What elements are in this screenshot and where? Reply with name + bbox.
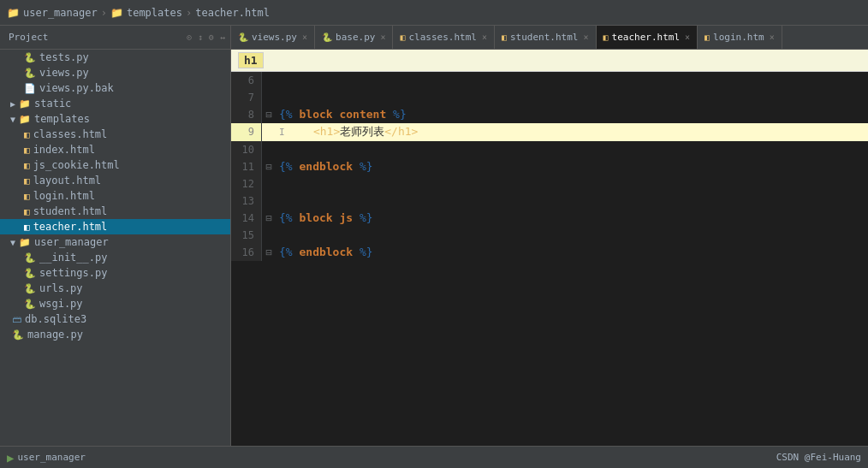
breadcrumb-teacher-html[interactable]: teacher.html bbox=[195, 7, 270, 19]
folder-icon: 📁 bbox=[7, 7, 20, 19]
sidebar-item-teacher-html[interactable]: ◧ teacher.html bbox=[0, 219, 230, 234]
breadcrumb-sep-1: › bbox=[101, 7, 107, 19]
line-num-15: 15 bbox=[231, 227, 262, 244]
editor-area: h1 6 7 8 ⊟ {% block content %} bbox=[231, 50, 868, 446]
arrow-user-manager: ▼ bbox=[7, 238, 19, 247]
line-num-7: 7 bbox=[231, 89, 262, 106]
line-num-8: 8 bbox=[231, 106, 262, 123]
tab-group-left: Project ⊙ ↕ ⚙ ↔ bbox=[0, 26, 231, 49]
tab-bar: Project ⊙ ↕ ⚙ ↔ 🐍 views.py × 🐍 base.py ×… bbox=[0, 26, 868, 50]
file-py-icon-7: 🐍 bbox=[12, 329, 24, 341]
file-py-icon: 🐍 bbox=[24, 52, 36, 63]
sidebar-label-layout-html: layout.html bbox=[33, 175, 101, 187]
sidebar-label-wsgi-py: wsgi.py bbox=[39, 298, 83, 310]
code-editor[interactable]: 6 7 8 ⊟ {% block content %} 9 I <h1>老师列表… bbox=[231, 72, 868, 446]
sidebar-label-static: static bbox=[34, 98, 71, 110]
tab-close-teacher-html[interactable]: × bbox=[685, 33, 690, 42]
tab-close-login-html[interactable]: × bbox=[770, 33, 775, 42]
folder-icon-user-manager: 📁 bbox=[19, 237, 31, 248]
tab-icon-login-html: ◧ bbox=[705, 33, 710, 42]
sidebar-item-js-cookie-html[interactable]: ◧ js_cookie.html bbox=[0, 157, 230, 173]
file-generic-icon: 📄 bbox=[24, 83, 36, 94]
code-line-12: 12 bbox=[231, 175, 868, 193]
sidebar-item-templates[interactable]: ▼ 📁 templates bbox=[0, 111, 230, 127]
tab-label-base-py: base.py bbox=[336, 32, 375, 43]
file-html-icon-5: ◧ bbox=[24, 191, 30, 202]
tab-login-html[interactable]: ◧ login.htm × bbox=[698, 26, 782, 49]
sidebar-item-init-py[interactable]: 🐍 __init__.py bbox=[0, 250, 230, 265]
sidebar-item-login-html[interactable]: ◧ login.html bbox=[0, 188, 230, 204]
folder-icon-2: 📁 bbox=[110, 7, 123, 19]
tab-close-student-html[interactable]: × bbox=[583, 33, 588, 42]
tab-views-py[interactable]: 🐍 views.py × bbox=[231, 26, 315, 49]
line-num-16: 16 bbox=[231, 244, 262, 261]
sidebar-label-urls-py: urls.py bbox=[39, 282, 83, 294]
line-fold-10 bbox=[262, 141, 276, 158]
sidebar-item-views-py[interactable]: 🐍 views.py bbox=[0, 65, 230, 80]
tab-icon-gear[interactable]: ⚙ bbox=[207, 32, 216, 43]
tab-label-teacher-html: teacher.html bbox=[612, 32, 680, 43]
tab-icon-circle[interactable]: ⊙ bbox=[185, 32, 193, 43]
code-line-6: 6 bbox=[231, 72, 868, 89]
tab-student-html[interactable]: ◧ student.html × bbox=[495, 26, 597, 49]
tab-label-classes-html: classes.html bbox=[408, 32, 476, 43]
tab-icon-teacher-html: ◧ bbox=[603, 33, 609, 42]
tab-label-student-html: student.html bbox=[510, 32, 578, 43]
sidebar-item-settings-py[interactable]: 🐍 settings.py bbox=[0, 265, 230, 281]
code-line-15: 15 bbox=[231, 227, 868, 244]
file-py-icon-5: 🐍 bbox=[24, 283, 36, 294]
status-bar: ▶ user_manager CSDN @Fei-Huang bbox=[0, 446, 868, 468]
sidebar-label-views-py: views.py bbox=[39, 67, 89, 79]
line-fold-16[interactable]: ⊟ bbox=[262, 244, 276, 261]
sidebar-label-teacher-html: teacher.html bbox=[33, 221, 108, 233]
line-fold-15 bbox=[262, 227, 276, 244]
arrow-static: ▶ bbox=[7, 99, 19, 109]
sidebar-item-student-html[interactable]: ◧ student.html bbox=[0, 204, 230, 219]
tab-close-base-py[interactable]: × bbox=[380, 33, 385, 42]
sidebar-item-index-html[interactable]: ◧ index.html bbox=[0, 142, 230, 157]
sidebar-item-views-py-bak[interactable]: 📄 views.py.bak bbox=[0, 80, 230, 96]
tab-close-views-py[interactable]: × bbox=[302, 33, 307, 42]
breadcrumb-user-manager[interactable]: 📁 user_manager bbox=[7, 7, 98, 19]
code-line-16: 16 ⊟ {% endblock %} bbox=[231, 244, 868, 261]
tab-label-login-html: login.htm bbox=[713, 32, 764, 43]
tab-close-classes-html[interactable]: × bbox=[482, 33, 487, 42]
folder-icon-static: 📁 bbox=[19, 98, 31, 110]
sidebar-label-views-py-bak: views.py.bak bbox=[39, 82, 114, 94]
sidebar-item-classes-html[interactable]: ◧ classes.html bbox=[0, 127, 230, 142]
line-fold-11[interactable]: ⊟ bbox=[262, 158, 276, 175]
tab-teacher-html[interactable]: ◧ teacher.html × bbox=[597, 26, 699, 49]
sidebar-item-user-manager[interactable]: ▼ 📁 user_manager bbox=[0, 234, 230, 250]
sidebar-item-wsgi-py[interactable]: 🐍 wsgi.py bbox=[0, 296, 230, 311]
status-right: CSDN @Fei-Huang bbox=[776, 452, 861, 463]
run-label: user_manager bbox=[17, 452, 85, 463]
tab-classes-html[interactable]: ◧ classes.html × bbox=[393, 26, 495, 49]
tab-icon-expand[interactable]: ↔ bbox=[218, 32, 227, 43]
editor-hint-bar: h1 bbox=[231, 50, 868, 72]
tab-icon-student-html: ◧ bbox=[502, 33, 507, 42]
breadcrumb-teacher-html-label: teacher.html bbox=[195, 7, 270, 19]
line-content-12 bbox=[276, 175, 279, 193]
project-label: Project bbox=[3, 32, 53, 43]
line-num-12: 12 bbox=[231, 175, 262, 193]
sidebar-item-db-sqlite3[interactable]: 🗃 db.sqlite3 bbox=[0, 311, 230, 327]
breadcrumb-sep-2: › bbox=[186, 7, 192, 19]
arrow-templates: ▼ bbox=[7, 115, 19, 124]
breadcrumb-templates[interactable]: 📁 templates bbox=[110, 7, 182, 19]
breadcrumb-bar: 📁 user_manager › 📁 templates › teacher.h… bbox=[0, 0, 868, 26]
line-num-13: 13 bbox=[231, 193, 262, 210]
sidebar-label-login-html: login.html bbox=[33, 190, 95, 202]
line-content-8: {% block content %} bbox=[276, 106, 407, 123]
tab-base-py[interactable]: 🐍 base.py × bbox=[315, 26, 393, 49]
sidebar-item-layout-html[interactable]: ◧ layout.html bbox=[0, 173, 230, 188]
tab-icon-arrows[interactable]: ↕ bbox=[196, 32, 205, 43]
sidebar-item-tests-py[interactable]: 🐍 tests.py bbox=[0, 50, 230, 65]
line-fold-8[interactable]: ⊟ bbox=[262, 106, 276, 123]
line-fold-14[interactable]: ⊟ bbox=[262, 210, 276, 227]
sidebar-label-js-cookie-html: js_cookie.html bbox=[33, 159, 120, 171]
sidebar-item-urls-py[interactable]: 🐍 urls.py bbox=[0, 281, 230, 296]
file-db-icon: 🗃 bbox=[12, 314, 21, 325]
sidebar-item-static[interactable]: ▶ 📁 static bbox=[0, 96, 230, 111]
file-py-icon-4: 🐍 bbox=[24, 268, 36, 279]
sidebar-item-manage-py[interactable]: 🐍 manage.py bbox=[0, 327, 230, 342]
